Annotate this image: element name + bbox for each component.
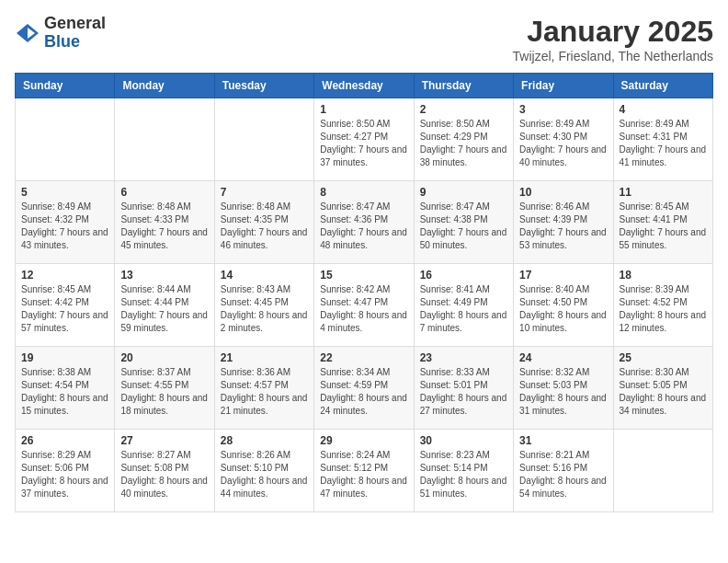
day-number: 20 — [120, 351, 208, 364]
calendar-day-cell: 1Sunrise: 8:50 AM Sunset: 4:27 PM Daylig… — [314, 98, 414, 181]
weekday-header: Tuesday — [214, 74, 313, 98]
day-number: 6 — [120, 186, 208, 199]
day-info: Sunrise: 8:41 AM Sunset: 4:49 PM Dayligh… — [420, 283, 507, 335]
calendar-day-cell: 21Sunrise: 8:36 AM Sunset: 4:57 PM Dayli… — [214, 347, 313, 430]
calendar-day-cell: 5Sunrise: 8:49 AM Sunset: 4:32 PM Daylig… — [16, 181, 115, 264]
day-number: 18 — [620, 269, 707, 282]
day-number: 22 — [320, 351, 407, 364]
weekday-header: Saturday — [613, 74, 712, 98]
day-number: 11 — [620, 186, 707, 199]
day-number: 23 — [420, 351, 507, 364]
calendar-table: SundayMondayTuesdayWednesdayThursdayFrid… — [15, 73, 713, 512]
calendar-day-cell — [214, 98, 313, 181]
calendar-day-cell: 17Sunrise: 8:40 AM Sunset: 4:50 PM Dayli… — [514, 264, 613, 347]
day-number: 12 — [21, 269, 108, 282]
calendar-day-cell: 22Sunrise: 8:34 AM Sunset: 4:59 PM Dayli… — [314, 347, 414, 430]
calendar-day-cell: 23Sunrise: 8:33 AM Sunset: 5:01 PM Dayli… — [414, 347, 513, 430]
day-number: 17 — [519, 269, 607, 282]
calendar-day-cell: 8Sunrise: 8:47 AM Sunset: 4:36 PM Daylig… — [314, 181, 414, 264]
day-number: 31 — [519, 434, 607, 447]
day-info: Sunrise: 8:49 AM Sunset: 4:30 PM Dayligh… — [519, 118, 607, 169]
day-info: Sunrise: 8:45 AM Sunset: 4:41 PM Dayligh… — [620, 201, 707, 252]
day-info: Sunrise: 8:50 AM Sunset: 4:29 PM Dayligh… — [420, 118, 507, 169]
calendar-day-cell: 10Sunrise: 8:46 AM Sunset: 4:39 PM Dayli… — [514, 181, 613, 264]
calendar-day-cell: 19Sunrise: 8:38 AM Sunset: 4:54 PM Dayli… — [16, 347, 115, 430]
day-info: Sunrise: 8:38 AM Sunset: 4:54 PM Dayligh… — [21, 366, 108, 418]
logo: General Blue — [15, 15, 106, 52]
day-info: Sunrise: 8:30 AM Sunset: 5:05 PM Dayligh… — [620, 366, 707, 418]
calendar-day-cell: 20Sunrise: 8:37 AM Sunset: 4:55 PM Dayli… — [115, 347, 214, 430]
day-info: Sunrise: 8:48 AM Sunset: 4:35 PM Dayligh… — [221, 201, 308, 252]
page-header: General Blue January 2025 Twijzel, Fries… — [15, 15, 713, 63]
day-info: Sunrise: 8:29 AM Sunset: 5:06 PM Dayligh… — [21, 449, 108, 500]
calendar-day-cell: 26Sunrise: 8:29 AM Sunset: 5:06 PM Dayli… — [16, 430, 115, 512]
day-info: Sunrise: 8:34 AM Sunset: 4:59 PM Dayligh… — [320, 366, 407, 418]
day-info: Sunrise: 8:40 AM Sunset: 4:50 PM Dayligh… — [519, 283, 607, 335]
day-number: 15 — [320, 269, 407, 282]
logo-blue-text: Blue — [44, 32, 80, 51]
calendar-day-cell: 4Sunrise: 8:49 AM Sunset: 4:31 PM Daylig… — [613, 98, 712, 181]
day-info: Sunrise: 8:39 AM Sunset: 4:52 PM Dayligh… — [620, 283, 707, 335]
calendar-day-cell: 25Sunrise: 8:30 AM Sunset: 5:05 PM Dayli… — [613, 347, 712, 430]
calendar-day-cell: 3Sunrise: 8:49 AM Sunset: 4:30 PM Daylig… — [514, 98, 613, 181]
day-info: Sunrise: 8:42 AM Sunset: 4:47 PM Dayligh… — [320, 283, 407, 335]
day-number: 13 — [120, 269, 208, 282]
location-subtitle: Twijzel, Friesland, The Netherlands — [513, 49, 713, 63]
day-number: 27 — [120, 434, 208, 447]
calendar-day-cell: 7Sunrise: 8:48 AM Sunset: 4:35 PM Daylig… — [214, 181, 313, 264]
calendar-day-cell: 13Sunrise: 8:44 AM Sunset: 4:44 PM Dayli… — [115, 264, 214, 347]
day-info: Sunrise: 8:32 AM Sunset: 5:03 PM Dayligh… — [519, 366, 607, 418]
weekday-header: Sunday — [16, 74, 115, 98]
day-number: 9 — [420, 186, 507, 199]
logo-icon — [15, 20, 40, 46]
day-number: 24 — [519, 351, 607, 364]
calendar-week-row: 26Sunrise: 8:29 AM Sunset: 5:06 PM Dayli… — [16, 430, 713, 512]
day-number: 21 — [221, 351, 308, 364]
day-info: Sunrise: 8:43 AM Sunset: 4:45 PM Dayligh… — [221, 283, 308, 335]
day-number: 1 — [320, 103, 407, 116]
calendar-day-cell: 9Sunrise: 8:47 AM Sunset: 4:38 PM Daylig… — [414, 181, 513, 264]
weekday-header: Friday — [514, 74, 613, 98]
calendar-week-row: 1Sunrise: 8:50 AM Sunset: 4:27 PM Daylig… — [16, 98, 713, 181]
calendar-day-cell — [115, 98, 214, 181]
day-number: 14 — [221, 269, 308, 282]
calendar-week-row: 19Sunrise: 8:38 AM Sunset: 4:54 PM Dayli… — [16, 347, 713, 430]
day-number: 16 — [420, 269, 507, 282]
weekday-header: Thursday — [414, 74, 513, 98]
calendar-day-cell: 28Sunrise: 8:26 AM Sunset: 5:10 PM Dayli… — [214, 430, 313, 512]
day-info: Sunrise: 8:50 AM Sunset: 4:27 PM Dayligh… — [320, 118, 407, 169]
day-number: 5 — [21, 186, 108, 199]
day-number: 7 — [221, 186, 308, 199]
calendar-week-row: 5Sunrise: 8:49 AM Sunset: 4:32 PM Daylig… — [16, 181, 713, 264]
day-info: Sunrise: 8:27 AM Sunset: 5:08 PM Dayligh… — [120, 449, 208, 500]
day-info: Sunrise: 8:47 AM Sunset: 4:36 PM Dayligh… — [320, 201, 407, 252]
day-info: Sunrise: 8:48 AM Sunset: 4:33 PM Dayligh… — [120, 201, 208, 252]
calendar-day-cell: 31Sunrise: 8:21 AM Sunset: 5:16 PM Dayli… — [514, 430, 613, 512]
month-title: January 2025 — [513, 15, 713, 49]
day-info: Sunrise: 8:49 AM Sunset: 4:31 PM Dayligh… — [620, 118, 707, 169]
calendar-day-cell: 24Sunrise: 8:32 AM Sunset: 5:03 PM Dayli… — [514, 347, 613, 430]
calendar-day-cell: 15Sunrise: 8:42 AM Sunset: 4:47 PM Dayli… — [314, 264, 414, 347]
title-block: January 2025 Twijzel, Friesland, The Net… — [513, 15, 713, 63]
calendar-day-cell: 29Sunrise: 8:24 AM Sunset: 5:12 PM Dayli… — [314, 430, 414, 512]
calendar-day-cell: 18Sunrise: 8:39 AM Sunset: 4:52 PM Dayli… — [613, 264, 712, 347]
day-info: Sunrise: 8:33 AM Sunset: 5:01 PM Dayligh… — [420, 366, 507, 418]
calendar-day-cell: 12Sunrise: 8:45 AM Sunset: 4:42 PM Dayli… — [16, 264, 115, 347]
day-info: Sunrise: 8:23 AM Sunset: 5:14 PM Dayligh… — [420, 449, 507, 500]
day-number: 4 — [620, 103, 707, 116]
day-info: Sunrise: 8:44 AM Sunset: 4:44 PM Dayligh… — [120, 283, 208, 335]
calendar-day-cell — [16, 98, 115, 181]
day-number: 19 — [21, 351, 108, 364]
calendar-day-cell: 2Sunrise: 8:50 AM Sunset: 4:29 PM Daylig… — [414, 98, 513, 181]
day-info: Sunrise: 8:46 AM Sunset: 4:39 PM Dayligh… — [519, 201, 607, 252]
calendar-day-cell: 11Sunrise: 8:45 AM Sunset: 4:41 PM Dayli… — [613, 181, 712, 264]
weekday-header: Monday — [115, 74, 214, 98]
day-number: 26 — [21, 434, 108, 447]
day-number: 28 — [221, 434, 308, 447]
calendar-week-row: 12Sunrise: 8:45 AM Sunset: 4:42 PM Dayli… — [16, 264, 713, 347]
day-info: Sunrise: 8:37 AM Sunset: 4:55 PM Dayligh… — [120, 366, 208, 418]
calendar-day-cell: 14Sunrise: 8:43 AM Sunset: 4:45 PM Dayli… — [214, 264, 313, 347]
day-number: 2 — [420, 103, 507, 116]
day-info: Sunrise: 8:26 AM Sunset: 5:10 PM Dayligh… — [221, 449, 308, 500]
calendar-day-cell: 16Sunrise: 8:41 AM Sunset: 4:49 PM Dayli… — [414, 264, 513, 347]
